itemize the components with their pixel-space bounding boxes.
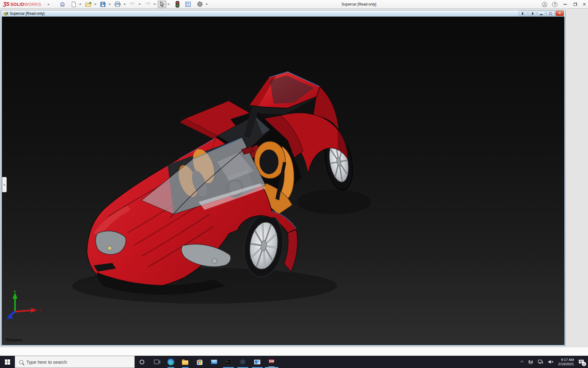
supercar-model[interactable] xyxy=(2,17,564,345)
hexagon-app-icon xyxy=(240,359,246,365)
edge-icon xyxy=(168,358,174,365)
solidworks-2021-icon: SW 2021 xyxy=(268,358,275,366)
triad-y-label: Y xyxy=(13,289,16,294)
help-icon[interactable]: ? xyxy=(552,2,557,7)
app-restore-button[interactable] xyxy=(573,2,578,6)
app-title-bar: ƷS SOLID WORKS ▸ xyxy=(0,0,588,9)
doc-restore-button[interactable] xyxy=(546,11,555,16)
store-icon xyxy=(197,360,202,365)
redo-icon xyxy=(144,2,151,7)
undo-button[interactable] xyxy=(128,1,138,8)
taskbar-item-command-prompt[interactable]: >_ xyxy=(221,356,236,368)
save-dropdown[interactable] xyxy=(108,4,111,5)
file-explorer-icon xyxy=(182,360,188,365)
chevron-up-icon xyxy=(520,361,524,364)
rebuild-traffic-light-icon xyxy=(175,1,179,8)
search-input[interactable] xyxy=(26,359,118,365)
notification-count-badge: 1 xyxy=(582,362,586,366)
taskbar-item-edge[interactable] xyxy=(164,356,178,368)
print-icon xyxy=(114,1,121,7)
solidworks-logo: ƷS SOLID WORKS xyxy=(3,1,41,7)
select-cursor-icon xyxy=(159,1,165,7)
taskbar-item-store[interactable] xyxy=(192,356,207,368)
volume-button[interactable] xyxy=(546,356,556,368)
new-document-icon xyxy=(71,1,77,7)
doc-close-button[interactable]: ✕ xyxy=(556,11,564,16)
handle-grip-icon xyxy=(3,184,5,186)
app-close-button[interactable]: ✕ xyxy=(582,2,586,6)
open-dropdown[interactable] xyxy=(94,4,96,5)
print-dropdown[interactable] xyxy=(123,4,126,5)
rebuild-button[interactable] xyxy=(174,1,181,8)
app-title: Supercar [Read-only] xyxy=(341,0,376,9)
restore-icon xyxy=(574,3,577,6)
document-title: Supercar [Read-only] xyxy=(10,11,44,16)
taskbar-item-solidworks[interactable]: SW 2021 xyxy=(264,356,279,368)
reference-triad: Y X xyxy=(6,289,46,323)
file-properties-icon xyxy=(185,1,191,7)
redo-button[interactable] xyxy=(143,1,153,8)
document-title-bar[interactable]: Supercar [Read-only] ◧ ◨ ✕ xyxy=(2,10,564,17)
doc-minimize-button[interactable] xyxy=(537,11,545,16)
meet-now-icon xyxy=(528,359,533,364)
graphics-viewport[interactable]: Y X *Dimetric xyxy=(2,17,564,345)
undo-dropdown[interactable] xyxy=(138,4,141,5)
taskbar-item-mail[interactable] xyxy=(207,356,221,368)
solidworks-window: ƷS SOLID WORKS ▸ xyxy=(0,0,588,368)
taskbar-item-file-explorer[interactable] xyxy=(178,356,192,368)
new-document-button[interactable] xyxy=(70,1,78,8)
brand-solid-text: SOLID xyxy=(10,2,24,7)
options-dropdown[interactable] xyxy=(205,4,208,5)
doc-minimize-icon xyxy=(540,14,543,15)
command-prompt-icon: >_ xyxy=(225,359,232,365)
options-button[interactable] xyxy=(195,1,205,8)
task-view-icon xyxy=(154,360,159,364)
mail-icon xyxy=(211,360,217,364)
network-button[interactable] xyxy=(536,356,546,368)
undo-icon xyxy=(129,2,136,7)
app-minimize-button[interactable] xyxy=(562,3,568,6)
home-icon xyxy=(59,1,66,7)
app-window-icon xyxy=(254,360,260,364)
search-icon xyxy=(19,360,23,364)
open-button[interactable] xyxy=(83,1,93,8)
triad-x-label: X xyxy=(40,308,42,312)
save-button[interactable] xyxy=(98,1,107,8)
cortana-icon xyxy=(140,360,144,364)
system-tray: 9:17 AM 2/19/2021 1 xyxy=(519,356,588,368)
show-hidden-icons-button[interactable] xyxy=(519,356,526,368)
save-floppy-icon xyxy=(100,1,106,7)
cortana-button[interactable] xyxy=(135,356,149,368)
network-ethernet-icon xyxy=(538,359,544,364)
doc-restore-icon xyxy=(549,12,552,15)
taskbar-clock[interactable]: 9:17 AM 2/19/2021 xyxy=(556,358,576,366)
file-properties-button[interactable] xyxy=(183,1,193,8)
assembly-icon xyxy=(4,11,9,16)
start-button[interactable] xyxy=(0,356,15,368)
redo-dropdown[interactable] xyxy=(153,4,156,5)
home-button[interactable] xyxy=(58,1,67,8)
view-orientation-label: *Dimetric xyxy=(5,338,23,342)
gear-icon xyxy=(197,1,203,7)
doc-pane-left-button[interactable]: ◧ xyxy=(519,11,527,16)
select-tool-button[interactable] xyxy=(158,1,166,8)
document-window: Supercar [Read-only] ◧ ◨ ✕ xyxy=(1,10,566,346)
doc-pane-right-button[interactable]: ◨ xyxy=(528,11,536,16)
task-view-button[interactable] xyxy=(149,356,164,368)
meet-now-button[interactable] xyxy=(526,356,536,368)
taskbar-item-app-window[interactable] xyxy=(250,356,264,368)
taskbar-item-visualize[interactable] xyxy=(236,356,250,368)
print-button[interactable] xyxy=(113,1,123,8)
notification-center-button[interactable]: 1 xyxy=(576,356,588,368)
account-icon[interactable] xyxy=(542,2,547,7)
menu-expand-arrow[interactable]: ▸ xyxy=(48,2,49,6)
status-bar xyxy=(0,347,588,356)
new-document-dropdown[interactable] xyxy=(79,4,81,5)
feature-manager-collapsed-handle[interactable] xyxy=(2,177,7,192)
brand-works-text: WORKS xyxy=(24,2,41,7)
ds-logo-mark-icon: ƷS xyxy=(3,1,9,7)
volume-muted-icon xyxy=(548,359,554,364)
windows-logo-icon xyxy=(5,359,10,365)
taskbar-search[interactable] xyxy=(15,356,135,368)
select-tool-dropdown[interactable] xyxy=(167,4,170,5)
